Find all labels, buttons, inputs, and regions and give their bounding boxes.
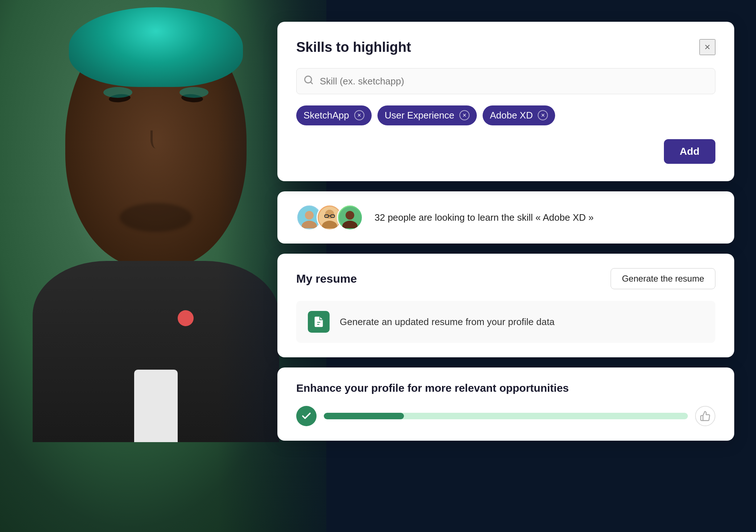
skill-search-input[interactable] <box>296 68 715 94</box>
svg-line-1 <box>310 82 312 84</box>
check-icon <box>296 406 317 426</box>
cards-container: Skills to highlight × SketchApp × User E… <box>277 22 734 441</box>
person-body <box>33 261 279 442</box>
resume-card: My resume Generate the resume Generate a… <box>277 254 734 357</box>
avatars-stack <box>296 204 363 230</box>
remove-sketchapp-button[interactable]: × <box>354 110 364 120</box>
close-button[interactable]: × <box>699 39 715 55</box>
progress-fill <box>324 413 404 419</box>
document-icon <box>308 311 330 333</box>
skills-tags-row: SketchApp × User Experience × Adobe XD × <box>296 104 715 126</box>
people-looking-text: 32 people are looking to learn the skill… <box>375 212 594 223</box>
add-skill-button[interactable]: Add <box>664 139 715 164</box>
skill-tag-sketchapp: SketchApp × <box>296 105 372 125</box>
svg-point-3 <box>305 211 314 220</box>
skills-card-title: Skills to highlight <box>296 40 411 55</box>
remove-adobe-xd-button[interactable]: × <box>538 110 548 120</box>
enhance-profile-card: Enhance your profile for more relevant o… <box>277 367 734 441</box>
person-hair <box>69 7 243 87</box>
remove-user-experience-button[interactable]: × <box>459 110 470 120</box>
resume-title: My resume <box>296 272 357 286</box>
thumbs-up-icon <box>695 406 715 426</box>
resume-content-row: Generate an updated resume from your pro… <box>296 301 715 343</box>
progress-row <box>296 406 715 426</box>
skills-card-header: Skills to highlight × <box>296 39 715 55</box>
avatar-3 <box>337 204 363 230</box>
search-icon <box>303 75 314 88</box>
add-button-row: Add <box>296 139 715 164</box>
progress-track <box>324 413 688 419</box>
skill-tag-adobe-xd: Adobe XD × <box>483 105 555 125</box>
enhance-title: Enhance your profile for more relevant o… <box>296 382 715 394</box>
resume-header: My resume Generate the resume <box>296 268 715 289</box>
generate-resume-button[interactable]: Generate the resume <box>611 268 715 289</box>
skills-card: Skills to highlight × SketchApp × User E… <box>277 22 734 181</box>
person-pin <box>178 310 194 326</box>
people-looking-card: 32 people are looking to learn the skill… <box>277 191 734 244</box>
svg-point-13 <box>346 211 354 220</box>
person-illustration <box>29 14 283 341</box>
person-shirt <box>134 370 178 442</box>
resume-description: Generate an updated resume from your pro… <box>340 316 555 328</box>
skill-tag-user-experience: User Experience × <box>377 105 477 125</box>
skill-search-wrapper <box>296 68 715 94</box>
